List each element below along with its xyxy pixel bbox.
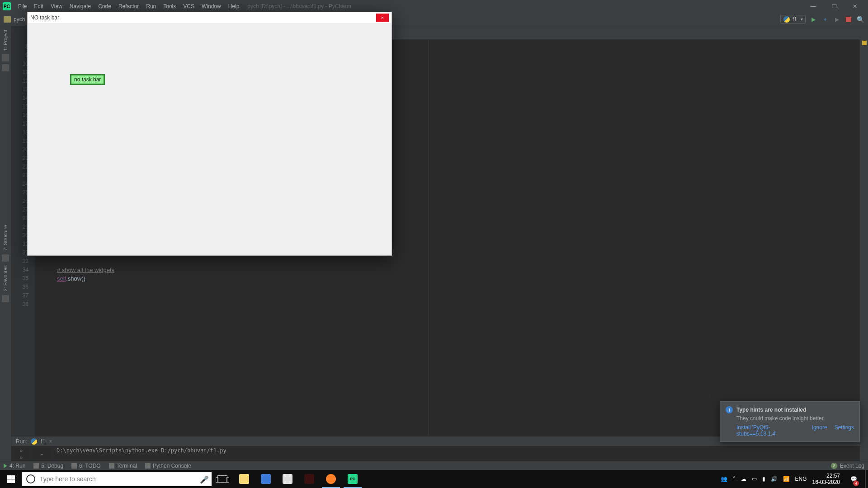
task-view-button[interactable]: [212, 470, 233, 488]
taskbar-app-explorer[interactable]: [233, 470, 255, 488]
run-output[interactable]: D:\pych\venv\Scripts\python.exe D:/pych/…: [52, 446, 860, 461]
menu-edit[interactable]: Edit: [30, 1, 47, 11]
pycharm-icon: PC: [348, 474, 358, 484]
run-button[interactable]: ▶: [809, 15, 817, 23]
notification-title: Type hints are not installed: [736, 407, 806, 413]
menu-help[interactable]: Help: [225, 1, 243, 11]
notification-subtitle: They could make code insight better.: [736, 415, 854, 422]
close-icon[interactable]: ×: [49, 438, 52, 445]
notification-balloon: i Type hints are not installed They coul…: [720, 401, 860, 442]
tool-terminal[interactable]: Terminal: [109, 463, 137, 469]
python-icon: [31, 438, 37, 445]
tool-structure[interactable]: 7: Structure: [3, 225, 8, 251]
taskbar-app-mail[interactable]: [277, 470, 298, 488]
notification-ignore-link[interactable]: Ignore: [812, 424, 827, 437]
windows-icon: [7, 475, 15, 483]
tool-run[interactable]: 4: Run: [4, 463, 25, 469]
debug-button[interactable]: ⌖: [821, 15, 829, 23]
tray-wifi-icon[interactable]: 📶: [783, 476, 790, 482]
left-tool-strip: 1: Project 7: Structure 2: Favorites: [0, 26, 11, 461]
stop-button[interactable]: [844, 15, 853, 23]
cortana-icon: [26, 474, 35, 483]
menu-window[interactable]: Window: [198, 1, 225, 11]
tray-onedrive-icon[interactable]: ☁: [741, 476, 746, 482]
breadcrumb-root[interactable]: pych: [14, 16, 25, 23]
task-view-icon: [217, 475, 227, 483]
notification-settings-link[interactable]: Settings: [835, 424, 854, 437]
tool-icon[interactable]: [2, 64, 9, 71]
tray-clock[interactable]: 22:57 16-03-2020: [812, 473, 840, 486]
predator-icon: [304, 474, 314, 484]
windows-taskbar: 🎤 PC 👥 ˄ ☁ ▭ ▮ 🔊 📶 ENG 22:57 16-03-2020 …: [0, 470, 868, 488]
line-number: 38: [11, 300, 35, 309]
taskbar-app-predator[interactable]: [298, 470, 320, 488]
tool-icon[interactable]: [2, 254, 9, 262]
pyqt-titlebar[interactable]: NO task bar ×: [28, 12, 392, 23]
tool-python-console[interactable]: Python Console: [145, 463, 191, 469]
run-tool-conf: f1: [41, 438, 45, 445]
search-everywhere-button[interactable]: 🔍: [856, 15, 864, 23]
tray-display-icon[interactable]: ▭: [752, 476, 757, 482]
start-button[interactable]: [0, 470, 22, 488]
taskbar-app-pycharm[interactable]: PC: [342, 470, 363, 488]
run-config-name: f1: [793, 16, 797, 23]
firefox-icon: [326, 474, 336, 484]
code-line: self.show(): [35, 274, 860, 283]
pyqt-window[interactable]: NO task bar × no task bar: [27, 12, 392, 256]
tool-project[interactable]: 1: Project: [3, 30, 8, 51]
minimize-button[interactable]: —: [803, 0, 824, 13]
right-margin-ruler: [428, 40, 429, 461]
coverage-button[interactable]: ▶: [833, 15, 841, 23]
tool-icon[interactable]: [2, 295, 9, 302]
mic-icon[interactable]: 🎤: [200, 475, 207, 483]
info-icon: i: [726, 406, 733, 413]
tray-date: 16-03-2020: [812, 479, 840, 485]
menu-run[interactable]: Run: [142, 1, 160, 11]
warning-marker[interactable]: [862, 41, 867, 45]
menu-refactor[interactable]: Refactor: [115, 1, 142, 11]
menu-code[interactable]: Code: [94, 1, 115, 11]
menu-vcs[interactable]: VCS: [179, 1, 198, 11]
search-input[interactable]: [40, 475, 200, 483]
pyqt-close-button[interactable]: ×: [376, 14, 389, 22]
pycharm-icon: PC: [3, 2, 11, 10]
show-desktop-button[interactable]: [865, 470, 868, 488]
tool-event-log[interactable]: Event Log: [840, 463, 864, 469]
tray-time: 22:57: [812, 473, 840, 479]
line-number: 37: [11, 291, 35, 300]
bottom-tool-strip: 4: Run 5: Debug 6: TODO Terminal Python …: [0, 461, 868, 470]
error-stripe[interactable]: [860, 26, 868, 461]
maximize-button[interactable]: ❐: [824, 0, 844, 13]
menu-navigate[interactable]: Navigate: [66, 1, 94, 11]
tray-chevron-up-icon[interactable]: ˄: [733, 476, 736, 482]
rerun-icon[interactable]: »: [20, 448, 23, 453]
tool-debug[interactable]: 5: Debug: [33, 463, 63, 469]
tool-todo[interactable]: 6: TODO: [71, 463, 101, 469]
tool-favorites[interactable]: 2: Favorites: [3, 265, 8, 291]
pyqt-label: no task bar: [70, 74, 105, 85]
window-title: pych [D:\pych] - ...\bhuvan\f1.py - PyCh…: [247, 3, 351, 9]
taskbar-search[interactable]: 🎤: [22, 472, 212, 486]
run-config-select[interactable]: f1: [780, 15, 806, 24]
tool-icon[interactable]: [2, 54, 9, 61]
ide-titlebar: PC File Edit View Navigate Code Refactor…: [0, 0, 868, 13]
menu-file[interactable]: File: [14, 1, 30, 11]
action-center-button[interactable]: 💬4: [845, 470, 862, 488]
run-tool-label: Run:: [16, 438, 27, 445]
store-icon: [261, 474, 271, 484]
menu-tools[interactable]: Tools: [160, 1, 179, 11]
notification-install-link[interactable]: Install 'PyQt5-stubs==5.13.1.4': [736, 424, 805, 437]
event-log-badge: 2: [831, 463, 837, 469]
tray-people-icon[interactable]: 👥: [721, 476, 727, 482]
taskbar-app-store[interactable]: [255, 470, 277, 488]
tray-language[interactable]: ENG: [795, 476, 807, 482]
close-button[interactable]: ✕: [844, 0, 865, 13]
menu-view[interactable]: View: [47, 1, 66, 11]
tray-volume-icon[interactable]: 🔊: [771, 476, 778, 482]
more-icon[interactable]: »: [20, 455, 23, 460]
tray-battery-icon[interactable]: ▮: [762, 476, 765, 482]
taskbar-app-firefox[interactable]: [320, 470, 342, 488]
code-line: # show all the widgets: [35, 266, 860, 274]
line-number: 35: [11, 274, 35, 283]
stop-icon[interactable]: »: [40, 451, 43, 457]
